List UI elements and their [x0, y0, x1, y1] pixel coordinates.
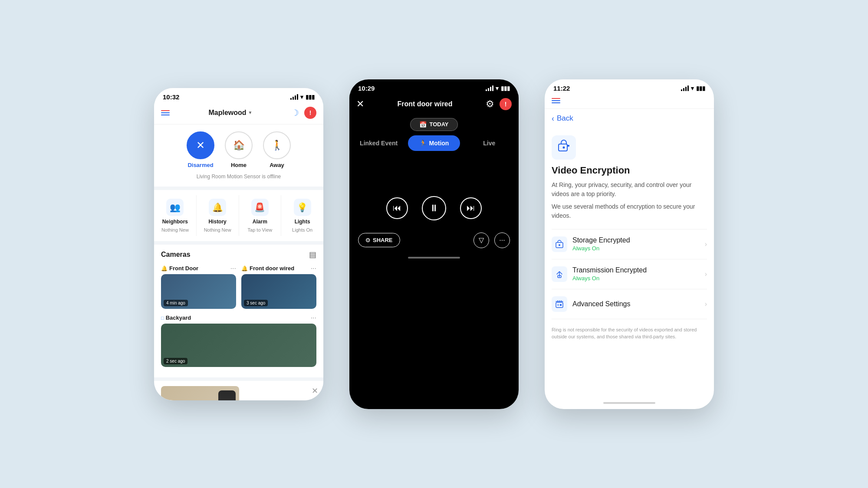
storage-title: Storage Encrypted [572, 236, 705, 244]
alarm-icon: 🚨 [251, 199, 269, 216]
svg-rect-2 [567, 145, 569, 147]
location-selector[interactable]: Maplewood ▼ [208, 109, 252, 117]
settings-item-advanced[interactable]: Advanced Settings › [552, 289, 707, 319]
svg-rect-8 [560, 304, 562, 306]
alert-badge[interactable]: ! [304, 107, 316, 119]
quick-actions-row: 👥 Neighbors Nothing New 🔔 History Nothin… [154, 187, 323, 241]
camera-label-row-fd: 🔔 Front Door ··· [161, 265, 236, 272]
tab-linked-event[interactable]: Linked Event [353, 135, 404, 151]
transmission-sub: Always On [572, 275, 705, 282]
phone-home-dashboard: 10:32 ▾ ▮▮▮ Maplewood ▼ [154, 88, 323, 400]
history-icon: 🔔 [209, 199, 226, 216]
quick-action-alarm[interactable]: 🚨 Alarm Tap to View [239, 195, 282, 236]
location-name: Maplewood [208, 109, 246, 117]
neighbors-sub: Nothing New [161, 227, 189, 233]
home-indicator-dark [349, 253, 519, 262]
signal-bar-2-1 [486, 89, 487, 91]
pause-button[interactable]: ⏸ [422, 196, 446, 220]
hamburger-line-red-p3 [552, 98, 560, 99]
signal-bars-2 [486, 85, 493, 91]
camera-card-backyard[interactable]: □ Backyard ··· 2 sec ago [161, 314, 316, 367]
signal-bar-2-4 [492, 85, 493, 91]
live-label: Live [483, 140, 495, 147]
signal-bar-4 [297, 94, 298, 100]
forward-icon: ⏭ [467, 203, 475, 213]
tab-motion[interactable]: 🏃 Motion [408, 135, 460, 151]
hamburger-menu-icon[interactable] [161, 110, 170, 115]
forward-button[interactable]: ⏭ [460, 197, 482, 219]
battery-icon-2: ▮▮▮ [501, 85, 510, 92]
tab-live[interactable]: Live [464, 135, 515, 151]
storage-item-text: Storage Encrypted Always On [572, 236, 705, 252]
neighbors-icon: 👥 [166, 199, 184, 216]
close-icon-p2[interactable]: ✕ [356, 98, 364, 110]
transmission-item-text: Transmission Encrypted Always On [572, 266, 705, 282]
camera-more-fdw[interactable]: ··· [311, 265, 316, 272]
svg-rect-6 [556, 302, 563, 308]
signal-bar-2-2 [488, 88, 489, 91]
date-pill-button[interactable]: 📅 TODAY [410, 118, 457, 131]
svg-point-4 [559, 244, 560, 246]
lights-icon: 💡 [294, 199, 311, 216]
svg-point-1 [563, 147, 565, 149]
camera-row-top: 🔔 Front Door ··· 4 min ago 🔔 Front [161, 265, 316, 309]
mode-disarmed-button[interactable]: ✕ Disarmed [187, 131, 214, 168]
pause-icon: ⏸ [429, 203, 439, 214]
promo-banner: ✕ [154, 377, 323, 400]
history-label: History [208, 219, 226, 225]
status-bar-1: 10:32 ▾ ▮▮▮ [154, 88, 323, 103]
transmission-title: Transmission Encrypted [572, 266, 705, 274]
status-time-3: 11:22 [553, 85, 570, 92]
camera-name-fd-label: Front Door [169, 265, 198, 272]
camera-more-fd[interactable]: ··· [230, 265, 236, 272]
status-time-2: 10:29 [358, 85, 375, 92]
camera-label-row-fdw: 🔔 Front door wired ··· [241, 265, 316, 272]
camera-time-fdw: 3 sec ago [244, 300, 268, 306]
hamburger-menu-icon-p3[interactable] [552, 98, 560, 103]
camera-more-by[interactable]: ··· [311, 314, 316, 322]
quick-action-lights[interactable]: 💡 Lights Lights On [281, 195, 323, 236]
promo-close-button[interactable]: ✕ [312, 386, 318, 396]
grid-icon[interactable]: ▤ [309, 250, 316, 259]
signal-bars-3 [681, 85, 689, 91]
wifi-icon-3: ▾ [691, 85, 694, 92]
advanced-item-text: Advanced Settings [572, 300, 705, 308]
more-options-button[interactable]: ··· [494, 233, 510, 248]
rewind-button[interactable]: ⏮ [386, 197, 408, 219]
mode-home-button[interactable]: 🏠 Home [225, 131, 253, 168]
bottom-actions: ⊙ SHARE ▽ ··· [349, 227, 519, 253]
cameras-title: Cameras [161, 251, 191, 259]
moon-icon[interactable]: ☽ [291, 108, 299, 118]
battery-icon-1: ▮▮▮ [306, 94, 315, 100]
promo-device [218, 390, 236, 400]
date-label: TODAY [429, 121, 448, 128]
cameras-section: Cameras ▤ 🔔 Front Door ··· 4 min ago [154, 241, 323, 377]
camera-thumb-fd[interactable]: 4 min ago [161, 274, 236, 309]
ve-icon-box [552, 135, 576, 160]
camera-card-front-door[interactable]: 🔔 Front Door ··· 4 min ago [161, 265, 236, 309]
camera-thumb-by[interactable]: 2 sec ago [161, 324, 316, 367]
p1-header: Maplewood ▼ ☽ ! [154, 103, 323, 124]
settings-item-transmission[interactable]: Transmission Encrypted Always On › [552, 259, 707, 289]
camera-bell-fd: 🔔 [161, 265, 168, 272]
signal-bar-1 [290, 98, 292, 100]
offline-notice: Living Room Motion Sensor is offline [197, 174, 281, 180]
back-button[interactable]: ‹ Back [545, 109, 714, 128]
share-button[interactable]: ⊙ SHARE [358, 233, 400, 247]
home-indicator-p3 [545, 397, 714, 409]
camera-name-fdw: 🔔 Front door wired [241, 265, 294, 272]
status-icons-2: ▾ ▮▮▮ [486, 85, 510, 92]
camera-name-by-label: Backyard [166, 314, 191, 321]
settings-item-storage[interactable]: Storage Encrypted Always On › [552, 229, 707, 259]
camera-card-front-door-wired[interactable]: 🔔 Front door wired ··· 3 sec ago [241, 265, 316, 309]
alert-badge-p2[interactable]: ! [500, 98, 512, 110]
motion-label: Motion [429, 140, 449, 147]
quick-action-history[interactable]: 🔔 History Nothing New [197, 195, 239, 236]
promo-image [161, 386, 239, 400]
quick-action-neighbors[interactable]: 👥 Neighbors Nothing New [154, 195, 197, 236]
calendar-icon: 📅 [419, 121, 427, 128]
mode-away-button[interactable]: 🚶 Away [263, 131, 291, 168]
filter-button[interactable]: ▽ [473, 233, 489, 248]
settings-icon-p2[interactable]: ⚙ [486, 98, 494, 110]
camera-thumb-fdw[interactable]: 3 sec ago [241, 274, 316, 309]
